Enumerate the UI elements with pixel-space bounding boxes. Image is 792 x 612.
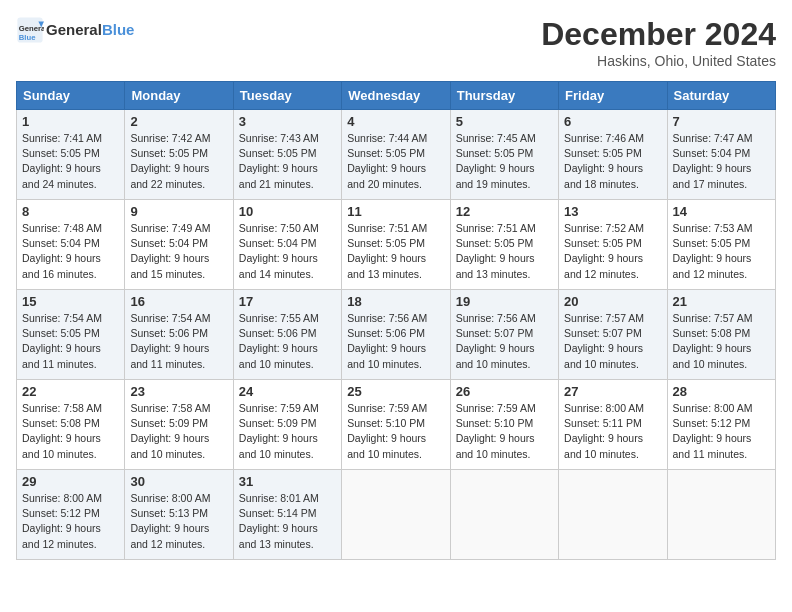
weekday-header-sunday: Sunday — [17, 82, 125, 110]
calendar-cell: 6Sunrise: 7:46 AMSunset: 5:05 PMDaylight… — [559, 110, 667, 200]
svg-text:Blue: Blue — [19, 33, 36, 42]
day-number: 29 — [22, 474, 119, 489]
calendar-cell — [559, 470, 667, 560]
day-info: Sunrise: 7:51 AMSunset: 5:05 PMDaylight:… — [456, 221, 553, 282]
day-number: 15 — [22, 294, 119, 309]
day-number: 14 — [673, 204, 770, 219]
calendar-cell: 23Sunrise: 7:58 AMSunset: 5:09 PMDayligh… — [125, 380, 233, 470]
calendar-cell: 4Sunrise: 7:44 AMSunset: 5:05 PMDaylight… — [342, 110, 450, 200]
day-info: Sunrise: 7:55 AMSunset: 5:06 PMDaylight:… — [239, 311, 336, 372]
day-info: Sunrise: 7:56 AMSunset: 5:06 PMDaylight:… — [347, 311, 444, 372]
calendar-table: SundayMondayTuesdayWednesdayThursdayFrid… — [16, 81, 776, 560]
calendar-cell: 8Sunrise: 7:48 AMSunset: 5:04 PMDaylight… — [17, 200, 125, 290]
day-number: 20 — [564, 294, 661, 309]
calendar-cell: 18Sunrise: 7:56 AMSunset: 5:06 PMDayligh… — [342, 290, 450, 380]
day-number: 16 — [130, 294, 227, 309]
logo-icon: General Blue — [16, 16, 44, 44]
day-number: 22 — [22, 384, 119, 399]
calendar-cell: 29Sunrise: 8:00 AMSunset: 5:12 PMDayligh… — [17, 470, 125, 560]
day-info: Sunrise: 7:52 AMSunset: 5:05 PMDaylight:… — [564, 221, 661, 282]
calendar-week-1: 1Sunrise: 7:41 AMSunset: 5:05 PMDaylight… — [17, 110, 776, 200]
day-number: 6 — [564, 114, 661, 129]
calendar-cell: 31Sunrise: 8:01 AMSunset: 5:14 PMDayligh… — [233, 470, 341, 560]
day-number: 9 — [130, 204, 227, 219]
day-info: Sunrise: 8:01 AMSunset: 5:14 PMDaylight:… — [239, 491, 336, 552]
day-number: 2 — [130, 114, 227, 129]
logo: General Blue GeneralBlue — [16, 16, 134, 44]
day-info: Sunrise: 7:44 AMSunset: 5:05 PMDaylight:… — [347, 131, 444, 192]
calendar-week-2: 8Sunrise: 7:48 AMSunset: 5:04 PMDaylight… — [17, 200, 776, 290]
calendar-cell: 28Sunrise: 8:00 AMSunset: 5:12 PMDayligh… — [667, 380, 775, 470]
day-info: Sunrise: 7:50 AMSunset: 5:04 PMDaylight:… — [239, 221, 336, 282]
weekday-header-tuesday: Tuesday — [233, 82, 341, 110]
day-info: Sunrise: 7:54 AMSunset: 5:05 PMDaylight:… — [22, 311, 119, 372]
day-number: 19 — [456, 294, 553, 309]
month-title: December 2024 — [541, 16, 776, 53]
day-info: Sunrise: 8:00 AMSunset: 5:11 PMDaylight:… — [564, 401, 661, 462]
day-info: Sunrise: 7:54 AMSunset: 5:06 PMDaylight:… — [130, 311, 227, 372]
calendar-cell: 27Sunrise: 8:00 AMSunset: 5:11 PMDayligh… — [559, 380, 667, 470]
day-number: 4 — [347, 114, 444, 129]
day-info: Sunrise: 7:57 AMSunset: 5:08 PMDaylight:… — [673, 311, 770, 372]
calendar-cell: 21Sunrise: 7:57 AMSunset: 5:08 PMDayligh… — [667, 290, 775, 380]
calendar-cell: 14Sunrise: 7:53 AMSunset: 5:05 PMDayligh… — [667, 200, 775, 290]
day-info: Sunrise: 7:58 AMSunset: 5:09 PMDaylight:… — [130, 401, 227, 462]
calendar-cell — [450, 470, 558, 560]
calendar-cell: 16Sunrise: 7:54 AMSunset: 5:06 PMDayligh… — [125, 290, 233, 380]
calendar-cell: 20Sunrise: 7:57 AMSunset: 5:07 PMDayligh… — [559, 290, 667, 380]
title-block: December 2024 Haskins, Ohio, United Stat… — [541, 16, 776, 69]
day-info: Sunrise: 7:57 AMSunset: 5:07 PMDaylight:… — [564, 311, 661, 372]
day-info: Sunrise: 7:49 AMSunset: 5:04 PMDaylight:… — [130, 221, 227, 282]
day-info: Sunrise: 7:48 AMSunset: 5:04 PMDaylight:… — [22, 221, 119, 282]
logo-text-general: General — [46, 21, 102, 38]
day-info: Sunrise: 7:41 AMSunset: 5:05 PMDaylight:… — [22, 131, 119, 192]
day-info: Sunrise: 7:46 AMSunset: 5:05 PMDaylight:… — [564, 131, 661, 192]
calendar-cell: 13Sunrise: 7:52 AMSunset: 5:05 PMDayligh… — [559, 200, 667, 290]
calendar-cell: 5Sunrise: 7:45 AMSunset: 5:05 PMDaylight… — [450, 110, 558, 200]
day-number: 31 — [239, 474, 336, 489]
day-number: 10 — [239, 204, 336, 219]
calendar-cell: 10Sunrise: 7:50 AMSunset: 5:04 PMDayligh… — [233, 200, 341, 290]
day-number: 26 — [456, 384, 553, 399]
day-info: Sunrise: 7:59 AMSunset: 5:09 PMDaylight:… — [239, 401, 336, 462]
day-info: Sunrise: 7:43 AMSunset: 5:05 PMDaylight:… — [239, 131, 336, 192]
svg-text:General: General — [19, 24, 44, 33]
calendar-cell: 25Sunrise: 7:59 AMSunset: 5:10 PMDayligh… — [342, 380, 450, 470]
day-number: 11 — [347, 204, 444, 219]
day-info: Sunrise: 8:00 AMSunset: 5:12 PMDaylight:… — [673, 401, 770, 462]
day-info: Sunrise: 8:00 AMSunset: 5:12 PMDaylight:… — [22, 491, 119, 552]
day-number: 24 — [239, 384, 336, 399]
calendar-cell: 12Sunrise: 7:51 AMSunset: 5:05 PMDayligh… — [450, 200, 558, 290]
day-number: 13 — [564, 204, 661, 219]
day-number: 18 — [347, 294, 444, 309]
day-number: 25 — [347, 384, 444, 399]
day-info: Sunrise: 7:42 AMSunset: 5:05 PMDaylight:… — [130, 131, 227, 192]
calendar-cell: 11Sunrise: 7:51 AMSunset: 5:05 PMDayligh… — [342, 200, 450, 290]
weekday-header-saturday: Saturday — [667, 82, 775, 110]
calendar-week-4: 22Sunrise: 7:58 AMSunset: 5:08 PMDayligh… — [17, 380, 776, 470]
logo-text-blue: Blue — [102, 21, 135, 38]
calendar-week-5: 29Sunrise: 8:00 AMSunset: 5:12 PMDayligh… — [17, 470, 776, 560]
calendar-cell: 22Sunrise: 7:58 AMSunset: 5:08 PMDayligh… — [17, 380, 125, 470]
weekday-header-monday: Monday — [125, 82, 233, 110]
calendar-cell: 26Sunrise: 7:59 AMSunset: 5:10 PMDayligh… — [450, 380, 558, 470]
calendar-week-3: 15Sunrise: 7:54 AMSunset: 5:05 PMDayligh… — [17, 290, 776, 380]
day-info: Sunrise: 8:00 AMSunset: 5:13 PMDaylight:… — [130, 491, 227, 552]
calendar-cell: 17Sunrise: 7:55 AMSunset: 5:06 PMDayligh… — [233, 290, 341, 380]
weekday-header-wednesday: Wednesday — [342, 82, 450, 110]
day-info: Sunrise: 7:53 AMSunset: 5:05 PMDaylight:… — [673, 221, 770, 282]
day-number: 27 — [564, 384, 661, 399]
day-number: 1 — [22, 114, 119, 129]
calendar-cell: 2Sunrise: 7:42 AMSunset: 5:05 PMDaylight… — [125, 110, 233, 200]
calendar-cell: 3Sunrise: 7:43 AMSunset: 5:05 PMDaylight… — [233, 110, 341, 200]
day-info: Sunrise: 7:51 AMSunset: 5:05 PMDaylight:… — [347, 221, 444, 282]
day-number: 30 — [130, 474, 227, 489]
day-number: 7 — [673, 114, 770, 129]
day-info: Sunrise: 7:58 AMSunset: 5:08 PMDaylight:… — [22, 401, 119, 462]
day-info: Sunrise: 7:59 AMSunset: 5:10 PMDaylight:… — [347, 401, 444, 462]
day-info: Sunrise: 7:59 AMSunset: 5:10 PMDaylight:… — [456, 401, 553, 462]
calendar-cell: 19Sunrise: 7:56 AMSunset: 5:07 PMDayligh… — [450, 290, 558, 380]
weekday-header-row: SundayMondayTuesdayWednesdayThursdayFrid… — [17, 82, 776, 110]
calendar-cell: 7Sunrise: 7:47 AMSunset: 5:04 PMDaylight… — [667, 110, 775, 200]
day-info: Sunrise: 7:47 AMSunset: 5:04 PMDaylight:… — [673, 131, 770, 192]
